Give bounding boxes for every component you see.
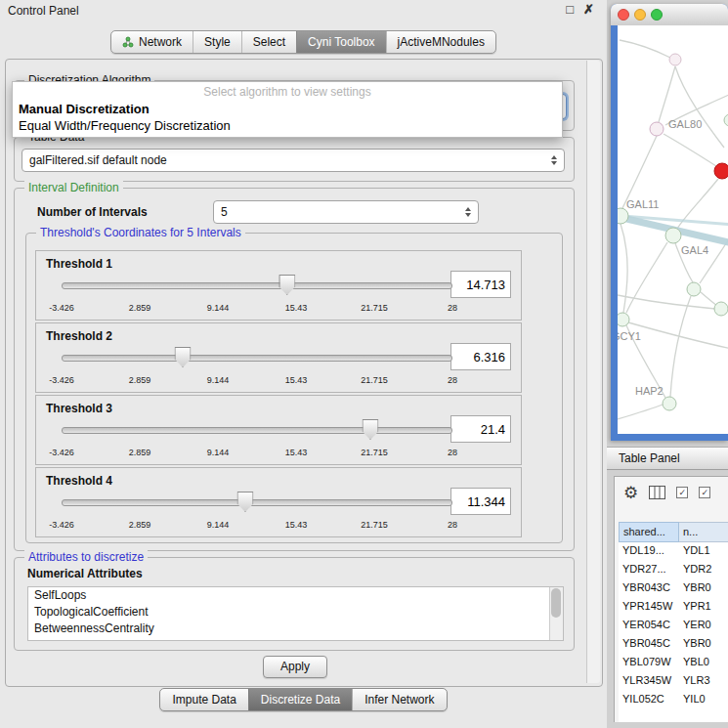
slider-thumb[interactable]: [278, 275, 295, 295]
popup-item-manual-discretization[interactable]: Manual Discretization: [13, 101, 562, 117]
table-row[interactable]: YER054CYER0: [619, 617, 728, 635]
tab-style[interactable]: Style: [193, 31, 241, 53]
cell[interactable]: YIL052C: [619, 691, 679, 709]
tick-label: 21.715: [361, 520, 388, 530]
cell[interactable]: YDL19...: [619, 542, 679, 561]
cell[interactable]: YPR1: [679, 598, 728, 617]
list-item[interactable]: TopologicalCoefficient: [28, 604, 563, 621]
cell[interactable]: YER0: [679, 617, 728, 635]
tab-infer-network[interactable]: Infer Network: [352, 689, 446, 710]
list-scrollbar[interactable]: [549, 587, 563, 640]
tick-label: 2.859: [129, 448, 151, 457]
threshold-3-slider[interactable]: -3.426 2.859 9.144 15.43 21.715 28: [62, 417, 452, 460]
table-panel-header[interactable]: Table Panel: [607, 447, 728, 470]
tick-label: 2.859: [129, 520, 151, 530]
threshold-1-value-field[interactable]: [450, 271, 511, 298]
cell[interactable]: YBL079W: [619, 654, 679, 672]
tick-label: 9.144: [207, 303, 230, 313]
close-icon[interactable]: ✗: [583, 2, 594, 17]
cell[interactable]: YIL0: [679, 691, 728, 709]
table-row[interactable]: YBR045CYBR0: [619, 635, 728, 654]
tick-label: -3.426: [49, 520, 74, 530]
table-row[interactable]: YLR345WYLR3: [619, 672, 728, 691]
number-of-intervals-combobox[interactable]: 5: [213, 200, 479, 224]
tab-discretize-data[interactable]: Discretize Data: [248, 689, 352, 710]
node[interactable]: [669, 54, 681, 65]
tick-label: 15.43: [285, 520, 308, 530]
columns-icon[interactable]: [649, 486, 665, 499]
select-rows-icon[interactable]: ✓: [699, 487, 710, 498]
minimize-button[interactable]: [634, 9, 646, 21]
close-button[interactable]: [618, 9, 629, 21]
tab-network[interactable]: Network: [111, 31, 193, 53]
tick-label: 28: [448, 303, 457, 313]
table-row[interactable]: YDL19...YDL1: [619, 542, 728, 561]
tab-cyni-toolbox[interactable]: Cyni Toolbox: [296, 31, 385, 53]
scrollbar-thumb[interactable]: [551, 588, 561, 618]
node-gcy1[interactable]: [618, 313, 629, 326]
tab-impute-data[interactable]: Impute Data: [160, 689, 247, 710]
table-row[interactable]: YDR27...YDR2: [619, 561, 728, 579]
network-canvas[interactable]: GAL80 GAL11 GAL4 GCY1 HAP2: [618, 25, 728, 434]
node-gal80[interactable]: [650, 122, 664, 136]
network-window-titlebar[interactable]: [611, 4, 728, 25]
table-row[interactable]: YIL052CYIL0: [619, 691, 728, 709]
node-hap2[interactable]: [663, 397, 676, 410]
threshold-3-value-field[interactable]: [450, 415, 511, 443]
node[interactable]: [724, 114, 728, 126]
network-view-window: GAL80 GAL11 GAL4 GCY1 HAP2: [611, 4, 728, 441]
table-data-combobox[interactable]: galFiltered.sif default node: [21, 149, 565, 172]
threshold-3-label: Threshold 3: [46, 402, 112, 415]
threshold-2-slider[interactable]: -3.426 2.859 9.144 15.43 21.715 28: [62, 345, 452, 388]
node-gal4[interactable]: [665, 228, 681, 243]
node-gal11[interactable]: [618, 208, 628, 224]
cell[interactable]: YBR0: [679, 635, 728, 654]
cell[interactable]: YDL1: [679, 542, 728, 561]
list-item[interactable]: BetweennessCentrality: [28, 621, 563, 637]
cell[interactable]: YDR2: [679, 561, 728, 579]
apply-button[interactable]: Apply: [263, 656, 327, 678]
node-label-gal4: GAL4: [681, 244, 708, 256]
slider-thumb[interactable]: [175, 347, 192, 367]
cell[interactable]: YBR045C: [619, 635, 679, 654]
cell[interactable]: YBL0: [679, 654, 728, 672]
tick-label: -3.426: [49, 303, 74, 313]
cell[interactable]: YPR145W: [619, 598, 679, 617]
select-all-icon[interactable]: ✓: [676, 487, 688, 498]
node[interactable]: [714, 302, 728, 316]
table-row[interactable]: YBR043CYBR0: [619, 579, 728, 598]
table-row[interactable]: YBL079WYBL0: [619, 654, 728, 672]
minimize-icon[interactable]: □: [566, 2, 574, 17]
threshold-2-value-field[interactable]: [450, 343, 511, 370]
threshold-4-value-field[interactable]: [450, 488, 511, 515]
attributes-group-label: Attributes to discretize: [24, 550, 148, 564]
slider-tick-labels: -3.426 2.859 9.144 15.43 21.715 28: [62, 303, 452, 315]
cell[interactable]: YER054C: [619, 617, 679, 635]
top-tab-bar: Network Style Select Cyni Toolbox jActiv…: [0, 30, 607, 54]
cell[interactable]: YBR043C: [619, 579, 679, 598]
cell[interactable]: YLR3: [679, 672, 728, 691]
node-label-gal80: GAL80: [668, 118, 702, 130]
slider-tick-labels: -3.426 2.859 9.144 15.43 21.715 28: [62, 375, 452, 387]
cell[interactable]: YBR0: [679, 579, 728, 598]
node-selected-red[interactable]: [714, 163, 728, 179]
gear-icon[interactable]: ⚙: [623, 485, 638, 501]
zoom-button[interactable]: [651, 9, 663, 21]
list-item[interactable]: SelfLoops: [28, 587, 563, 604]
node[interactable]: [687, 282, 701, 296]
threshold-4-slider[interactable]: -3.426 2.859 9.144 15.43 21.715 28: [62, 490, 452, 533]
threshold-3-panel: Threshold 3 -3.426 2.859 9.144 15.43 21.…: [35, 395, 522, 465]
slider-thumb[interactable]: [363, 419, 379, 440]
slider-thumb[interactable]: [237, 492, 254, 512]
tab-select[interactable]: Select: [241, 31, 296, 53]
tab-jactivemnodules[interactable]: jActiveMNodules: [386, 31, 495, 53]
column-header-shared-name[interactable]: shared...: [619, 522, 679, 542]
column-header-name[interactable]: n...: [679, 522, 728, 542]
cell[interactable]: YDR27...: [619, 561, 679, 579]
tick-label: 9.144: [207, 448, 230, 457]
threshold-1-slider[interactable]: -3.426 2.859 9.144 15.43 21.715 28: [62, 273, 452, 316]
panel-vertical-scrollbar[interactable]: [586, 61, 600, 683]
cell[interactable]: YLR345W: [619, 672, 679, 691]
table-row[interactable]: YPR145WYPR1: [619, 598, 728, 617]
popup-item-equal-width-frequency[interactable]: Equal Width/Frequency Discretization: [13, 117, 562, 134]
